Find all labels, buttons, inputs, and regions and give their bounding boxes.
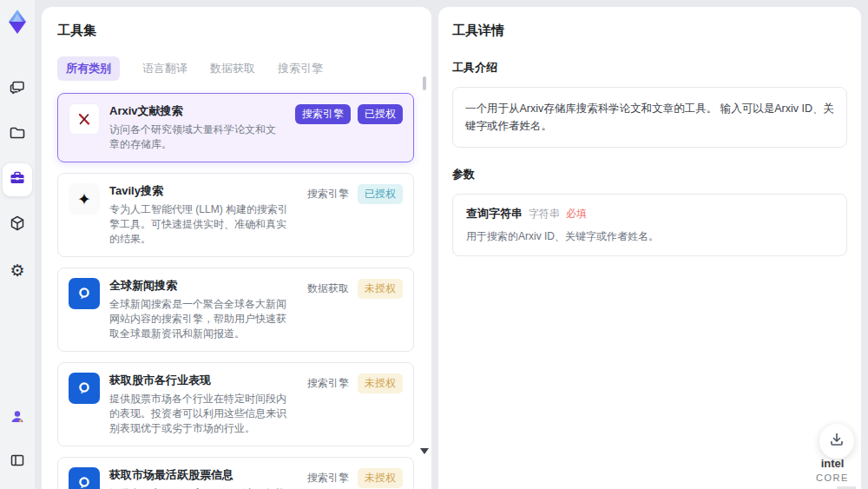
param-desc: 用于搜索的Arxiv ID、关键字或作者姓名。 bbox=[466, 229, 833, 244]
tool-card-global-news[interactable]: 全球新闻搜索 全球新闻搜索是一个聚合全球各大新闻网站内容的搜索引擎，帮助用户快速… bbox=[57, 268, 414, 352]
category-label: 搜索引擎 bbox=[306, 373, 351, 393]
sidebar-item-files[interactable] bbox=[3, 118, 32, 151]
category-label: 搜索引擎 bbox=[306, 184, 351, 204]
status-badge: 未授权 bbox=[358, 279, 403, 299]
user-avatar[interactable] bbox=[3, 402, 32, 435]
param-item: 查询字符串 字符串 必填 用于搜索的Arxiv ID、关键字或作者姓名。 bbox=[452, 194, 847, 256]
category-tabs: 所有类别 语言翻译 数据获取 搜索引擎 bbox=[57, 56, 431, 81]
category-badge: 搜索引擎 bbox=[295, 104, 351, 124]
detail-title: 工具详情 bbox=[452, 23, 847, 39]
sidebar-item-settings[interactable]: ⚙ bbox=[3, 254, 32, 287]
intro-box: 一个用于从Arxiv存储库搜索科学论文和文章的工具。 输入可以是Arxiv ID… bbox=[452, 87, 847, 148]
folder-icon bbox=[9, 124, 26, 145]
icon-rail: ⚙ bbox=[0, 0, 35, 489]
tool-desc: 提供股票市场各个行业在特定时间段内的表现。投资者可以利用这些信息来识别表现优于或… bbox=[109, 392, 296, 436]
params-heading: 参数 bbox=[452, 167, 847, 182]
chat-icon bbox=[9, 79, 26, 100]
category-label: 数据获取 bbox=[306, 279, 351, 299]
tool-desc: 访问各个研究领域大量科学论文和文章的存储库。 bbox=[109, 122, 286, 152]
scrollbar-thumb[interactable] bbox=[423, 76, 426, 90]
tab-all-categories[interactable]: 所有类别 bbox=[57, 56, 120, 81]
tab-search-engine[interactable]: 搜索引擎 bbox=[278, 61, 323, 76]
tool-desc: 全球新闻搜索是一个聚合全球各大新闻网站内容的搜索引擎，帮助用户快速获取全球最新资… bbox=[109, 297, 296, 341]
param-name: 查询字符串 bbox=[466, 206, 523, 221]
intro-heading: 工具介绍 bbox=[452, 60, 847, 76]
download-button[interactable] bbox=[819, 424, 854, 459]
toolbox-icon bbox=[9, 169, 26, 190]
blue-search-icon bbox=[69, 467, 100, 489]
blue-search-icon bbox=[69, 278, 100, 309]
toolset-panel: 工具集 所有类别 语言翻译 数据获取 搜索引擎 Arxiv文献搜索 访问各个研究… bbox=[42, 7, 431, 489]
tab-data-fetch[interactable]: 数据获取 bbox=[210, 61, 255, 76]
tool-name: Arxiv文献搜索 bbox=[109, 103, 286, 119]
param-type: 字符串 bbox=[529, 207, 560, 221]
status-badge: 已授权 bbox=[358, 104, 403, 124]
collapse-sidebar-button[interactable] bbox=[3, 446, 32, 479]
scrollbar-down-arrow[interactable] bbox=[420, 448, 429, 454]
tool-name: Tavily搜索 bbox=[109, 183, 296, 199]
category-label: 搜索引擎 bbox=[306, 468, 351, 488]
tool-desc: 专为人工智能代理 (LLM) 构建的搜索引擎工具。可快速提供实时、准确和真实的结… bbox=[109, 202, 296, 247]
page-title: 工具集 bbox=[57, 23, 431, 39]
collapse-panel-icon bbox=[10, 453, 25, 472]
user-avatar-icon bbox=[10, 409, 25, 428]
param-required-badge: 必填 bbox=[566, 207, 587, 221]
tool-card-active-stocks[interactable]: 获取市场最活跃股票信息 提供当天交易量最高的股票列表，投资者可以利用这些信息来识… bbox=[57, 457, 414, 489]
tool-detail-panel: 工具详情 工具介绍 一个用于从Arxiv存储库搜索科学论文和文章的工具。 输入可… bbox=[438, 7, 861, 489]
sidebar-item-plugins[interactable] bbox=[3, 208, 32, 241]
core-wordmark: CORE bbox=[816, 472, 849, 483]
package-icon bbox=[9, 215, 26, 235]
tool-name: 获取股市各行业表现 bbox=[109, 373, 296, 388]
status-badge: 未授权 bbox=[358, 373, 403, 393]
tool-card-arxiv[interactable]: Arxiv文献搜索 访问各个研究领域大量科学论文和文章的存储库。 搜索引擎 已授… bbox=[57, 93, 414, 162]
settings-gear-icon: ⚙ bbox=[10, 262, 24, 279]
tool-card-tavily[interactable]: ✦ Tavily搜索 专为人工智能代理 (LLM) 构建的搜索引擎工具。可快速提… bbox=[57, 173, 414, 257]
status-badge: 已授权 bbox=[358, 184, 403, 204]
tab-translation[interactable]: 语言翻译 bbox=[142, 61, 187, 76]
download-icon bbox=[829, 432, 845, 451]
app-logo bbox=[6, 9, 29, 38]
intel-core-logo: intel CORE bbox=[806, 456, 859, 489]
status-badge: 未授权 bbox=[358, 468, 403, 488]
sidebar-item-toolset[interactable] bbox=[3, 163, 32, 196]
tavily-star-icon: ✦ bbox=[69, 183, 100, 215]
sidebar-item-chat[interactable] bbox=[3, 73, 32, 106]
blue-search-icon bbox=[69, 373, 100, 404]
intel-wordmark: intel bbox=[821, 457, 845, 470]
tool-name: 全球新闻搜索 bbox=[109, 278, 296, 294]
tool-card-sector-performance[interactable]: 获取股市各行业表现 提供股票市场各个行业在特定时间段内的表现。投资者可以利用这些… bbox=[57, 362, 414, 446]
tool-list: Arxiv文献搜索 访问各个研究领域大量科学论文和文章的存储库。 搜索引擎 已授… bbox=[57, 93, 431, 489]
arxiv-chi-icon bbox=[69, 103, 100, 135]
tool-name: 获取市场最活跃股票信息 bbox=[109, 467, 296, 483]
